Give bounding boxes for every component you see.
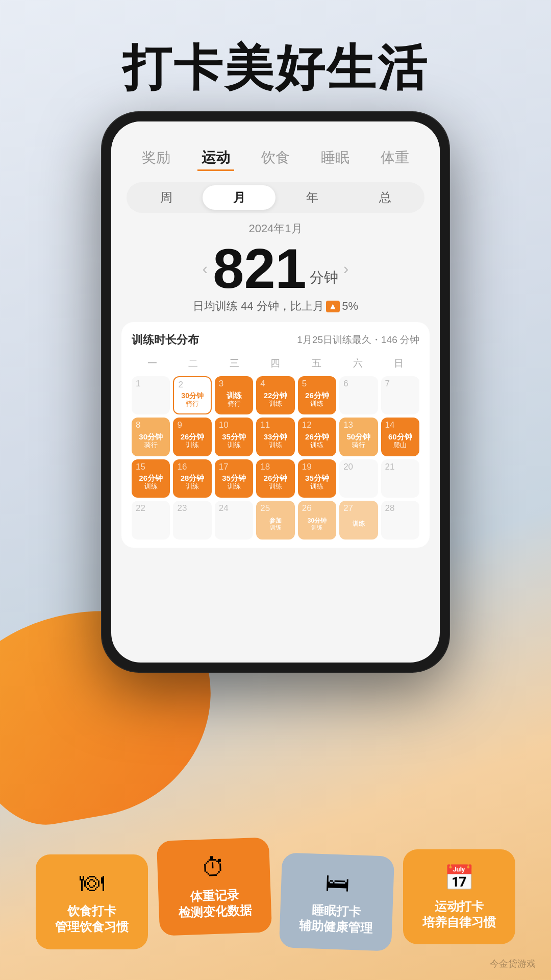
subtitle-pct: 5% xyxy=(342,300,358,313)
weight-icon: ⏱ xyxy=(201,853,227,882)
period-total[interactable]: 总 xyxy=(348,185,421,210)
table-row[interactable]: 4 22分钟 训练 xyxy=(256,376,294,414)
table-row[interactable]: 23 xyxy=(173,501,211,539)
day-mon: 一 xyxy=(132,355,173,372)
day-tue: 二 xyxy=(173,355,214,372)
day-fri: 五 xyxy=(296,355,337,372)
card-food[interactable]: 🍽 饮食打卡管理饮食习惯 xyxy=(36,854,148,949)
period-selector: 周 月 年 总 xyxy=(127,182,424,213)
calendar-longest: 1月25日训练最久・146 分钟 xyxy=(297,333,419,347)
card-exercise[interactable]: 📅 运动打卡培养自律习惯 xyxy=(403,849,515,944)
bottom-cards: 🍽 饮食打卡管理饮食习惯 ⏱ 体重记录检测变化数据 🛏 睡眠打卡辅助健康管理 📅… xyxy=(0,854,551,949)
table-row[interactable]: 24 xyxy=(215,501,253,539)
table-row[interactable]: 16 28分钟 训练 xyxy=(173,459,211,498)
table-row[interactable]: 10 35分钟 训练 xyxy=(215,418,253,456)
stats-subtitle: 日均训练 44 分钟，比上月 ▲ 5% xyxy=(111,299,440,314)
table-row[interactable]: 26 30分钟 训练 xyxy=(298,501,336,539)
card-weight[interactable]: ⏱ 体重记录检测变化数据 xyxy=(157,837,272,936)
next-arrow[interactable]: › xyxy=(338,259,354,278)
exercise-icon: 📅 xyxy=(444,864,474,892)
period-year[interactable]: 年 xyxy=(276,185,348,210)
total-minutes: 821 xyxy=(213,240,307,297)
table-row[interactable]: 27 训练 xyxy=(339,501,378,539)
table-row[interactable]: 1 xyxy=(132,376,170,414)
card-weight-text: 体重记录检测变化数据 xyxy=(178,886,252,920)
day-thu: 四 xyxy=(255,355,296,372)
table-row[interactable]: 19 35分钟 训练 xyxy=(298,459,336,498)
phone-mockup: 奖励 运动 饮食 睡眠 体重 周 月 年 总 2024年1月 ‹ 821 分钟 … xyxy=(102,112,449,672)
table-row[interactable]: 25 参加 训练 xyxy=(256,501,294,539)
day-headers: 一 二 三 四 五 六 日 xyxy=(132,355,419,372)
minutes-unit: 分钟 xyxy=(310,268,338,297)
food-icon: 🍽 xyxy=(80,869,104,897)
app-tabs: 奖励 运动 饮食 睡眠 体重 xyxy=(111,140,440,175)
table-row[interactable]: 17 35分钟 训练 xyxy=(215,459,253,498)
phone-screen: 奖励 运动 饮食 睡眠 体重 周 月 年 总 2024年1月 ‹ 821 分钟 … xyxy=(111,121,440,663)
month-display: 2024年1月 xyxy=(111,221,440,236)
table-row[interactable]: 18 26分钟 训练 xyxy=(256,459,294,498)
table-row[interactable]: 21 xyxy=(381,459,419,498)
subtitle-text: 日均训练 44 分钟，比上月 xyxy=(193,299,324,314)
table-row[interactable]: 9 26分钟 训练 xyxy=(173,418,211,456)
table-row[interactable]: 28 xyxy=(381,501,419,539)
table-row[interactable]: 12 26分钟 训练 xyxy=(298,418,336,456)
tab-exercise[interactable]: 运动 xyxy=(197,146,234,171)
table-row[interactable]: 20 xyxy=(339,459,378,498)
card-sleep-text: 睡眠打卡辅助健康管理 xyxy=(299,901,373,936)
hero-title: 打卡美好生活 xyxy=(0,0,551,95)
table-row[interactable]: 2 30分钟 骑行 xyxy=(173,376,211,414)
calendar-grid: 1 2 30分钟 骑行 3 训练 骑行 4 22分钟 训练 xyxy=(132,376,419,540)
table-row[interactable]: 3 训练 骑行 xyxy=(215,376,253,414)
prev-arrow[interactable]: ‹ xyxy=(197,259,213,278)
table-row[interactable]: 8 30分钟 骑行 xyxy=(132,418,170,456)
table-row[interactable]: 22 xyxy=(132,501,170,539)
table-row[interactable]: 7 xyxy=(381,376,419,414)
phone-outer: 奖励 运动 饮食 睡眠 体重 周 月 年 总 2024年1月 ‹ 821 分钟 … xyxy=(102,112,449,672)
tab-weight[interactable]: 体重 xyxy=(377,146,413,171)
tab-diet[interactable]: 饮食 xyxy=(257,146,294,171)
card-food-text: 饮食打卡管理饮食习惯 xyxy=(55,903,129,935)
phone-notch xyxy=(111,121,440,140)
day-sat: 六 xyxy=(337,355,379,372)
table-row[interactable]: 15 26分钟 训练 xyxy=(132,459,170,498)
tab-rewards[interactable]: 奖励 xyxy=(138,146,174,171)
calendar-section: 训练时长分布 1月25日训练最久・146 分钟 一 二 三 四 五 六 日 1 xyxy=(121,322,430,548)
watermark: 今金贷游戏 xyxy=(490,958,536,970)
day-wed: 三 xyxy=(214,355,255,372)
period-month[interactable]: 月 xyxy=(203,185,276,210)
card-exercise-text: 运动打卡培养自律习惯 xyxy=(422,898,496,930)
calendar-title: 训练时长分布 xyxy=(132,332,199,348)
calendar-header: 训练时长分布 1月25日训练最久・146 分钟 xyxy=(132,332,419,348)
stats-main: ‹ 821 分钟 › xyxy=(111,240,440,297)
table-row[interactable]: 11 33分钟 训练 xyxy=(256,418,294,456)
table-row[interactable]: 6 xyxy=(339,376,378,414)
card-sleep[interactable]: 🛏 睡眠打卡辅助健康管理 xyxy=(279,852,394,951)
up-arrow-badge: ▲ xyxy=(326,301,340,312)
table-row[interactable]: 14 60分钟 爬山 xyxy=(381,418,419,456)
table-row[interactable]: 13 50分钟 骑行 xyxy=(339,418,378,456)
day-sun: 日 xyxy=(378,355,419,372)
sleep-icon: 🛏 xyxy=(324,868,350,897)
table-row[interactable]: 5 26分钟 训练 xyxy=(298,376,336,414)
period-week[interactable]: 周 xyxy=(130,185,203,210)
tab-sleep[interactable]: 睡眠 xyxy=(317,146,354,171)
